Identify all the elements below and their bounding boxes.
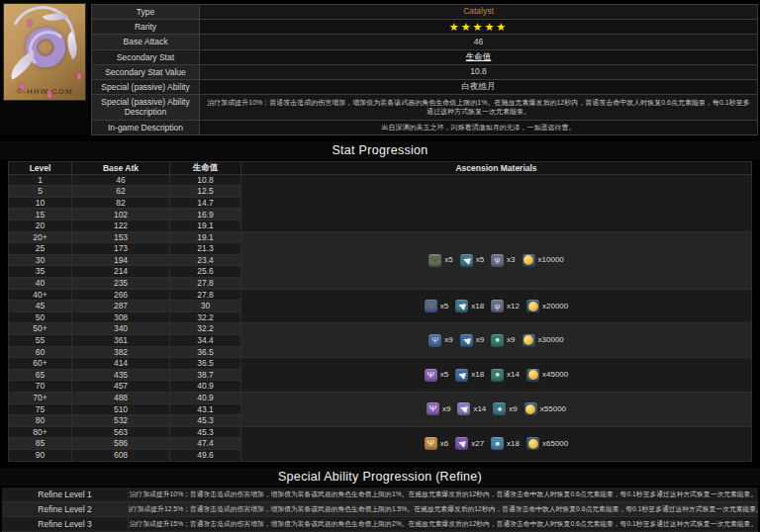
material-item: x65000 [526,437,568,450]
hp-cell: 47.4 [170,438,241,450]
material-icon-orb[interactable]: ● [491,437,504,450]
material-icon-coin[interactable] [526,437,539,450]
material-item: Ψx5 [425,369,448,382]
material-icon-wisp[interactable]: ▶ [457,402,470,415]
base-atk-cell: 266 [72,289,170,301]
refine-table: Refine Level 1治疗加成提升10%；普通攻击造成的伤害增加，增加值为… [2,488,758,532]
base-atk-cell: 122 [72,221,170,232]
mora-coin-icon [523,335,533,345]
wisp-glyph: ▶ [459,404,468,415]
ascension-materials-group: Ψx5▶x18ψx12x20000 [241,300,751,312]
material-icon-coin[interactable] [526,369,539,382]
level-cell: 20+ [9,231,72,243]
info-value[interactable]: Catalyst [200,5,758,19]
material-icon-coin[interactable] [522,254,535,267]
base-atk-cell: 153 [72,231,170,243]
weapon-image[interactable]: ©-HHW.COM [3,3,86,101]
info-value: 白夜皓月 [200,80,758,94]
base-atk-cell: 586 [72,438,170,450]
info-row: Base Attack46 [91,35,758,49]
material-item: ●x9 [491,334,515,347]
info-label: Secondary Stat Value [91,65,200,79]
material-item: Ψx5 [428,254,452,267]
wisp-glyph: ▶ [457,438,466,449]
material-icon-orb[interactable]: ● [491,334,504,347]
base-atk-cell: 46 [72,174,170,186]
material-icon-wisp[interactable]: ▶ [460,254,473,267]
hp-cell: 32.2 [170,323,241,335]
refine-level-label: Refine Level 2 [2,502,129,516]
material-item: ▶x9 [460,334,484,347]
ascension-materials-group: Ψx5▶x18●x14x45000 [241,369,751,382]
info-value[interactable]: 生命值 [200,50,758,64]
orb-glyph: ● [495,440,500,448]
info-value: 10.8 [200,65,758,79]
base-atk-cell: 414 [72,358,170,370]
base-atk-cell: 563 [72,426,170,438]
material-icon-coin[interactable] [524,402,537,415]
material-count: x18 [471,371,484,379]
mora-coin-icon [525,404,535,414]
material-icon-orb[interactable]: ● [493,402,506,415]
material-icon-orb[interactable]: ● [491,369,504,382]
info-value: 46 [200,35,758,48]
mora-coin-icon [523,255,533,265]
hp-cell: 40.9 [170,392,241,403]
hp-cell: 10.8 [170,174,241,186]
material-item: Ψx6 [425,437,448,450]
weapon-info-section: ©-HHW.COM TypeCatalystRarity★★★★★Base At… [0,0,760,135]
info-row: Rarity★★★★★ [91,20,758,35]
orb-glyph: ● [495,371,500,379]
material-item: x10000 [522,254,564,267]
stat-progression-title: Stat Progression [332,143,428,157]
material-icon-coin[interactable] [526,300,539,312]
material-icon-claw[interactable]: ψ [491,254,504,267]
material-icon-wisp[interactable]: ▶ [455,300,468,312]
material-icon-claw[interactable]: ψ [491,300,504,312]
refine-level-label: Refine Level 3 [2,517,129,531]
level-cell: 25 [9,243,72,255]
info-label: Type [91,5,200,19]
material-icon-coral[interactable]: Ψ [428,254,441,267]
material-icon-coin[interactable] [522,334,535,347]
material-icon-coral[interactable]: Ψ [425,300,437,312]
material-icon-wisp[interactable]: ▶ [455,369,468,382]
info-label: Special (passive) Ability Description [91,95,200,119]
stat-progression-section: LevelBase Atk生命值Ascension Materials 1461… [8,161,752,462]
weapon-info-table: TypeCatalystRarity★★★★★Base Attack46Seco… [91,4,758,135]
level-cell: 60+ [9,358,72,370]
base-atk-cell: 62 [72,186,170,198]
material-icon-wisp[interactable]: ▶ [455,437,468,450]
info-label: Special (passive) Ability [91,80,200,94]
hp-cell: 27.8 [170,289,241,301]
material-icon-coral[interactable]: Ψ [425,437,437,450]
wisp-glyph: ▶ [457,370,466,381]
base-atk-cell: 287 [72,301,170,312]
material-icon-coral[interactable]: Ψ [425,369,437,382]
ascension-materials-cell: Ψx5▶x18●x14x45000 [241,358,752,393]
ascension-materials-group: Ψx9▶x14●x9x55000 [241,402,751,415]
coral-glyph: Ψ [429,404,437,413]
wisp-glyph: ▶ [457,301,466,311]
material-count: x27 [471,440,484,448]
stat-row: 40+26627.8Ψx5▶x18ψx12x20000 [9,289,752,301]
info-row: Secondary Stat Value10.8 [91,65,758,80]
refine-header: Special Ability Progression (Refine) [0,468,760,486]
hp-cell: 43.1 [170,403,241,415]
level-cell: 40 [9,278,72,290]
material-icon-wisp[interactable]: ▶ [460,334,473,347]
base-atk-cell: 235 [72,278,170,290]
stat-column-header: 生命值 [170,161,241,174]
refine-description: 治疗加成提升15%；普通攻击造成的伤害增加，增加值为装备该武器的角色生命值上限的… [129,517,758,531]
hp-cell: 19.1 [170,231,241,243]
watermark: ©-HHW.COM [4,87,85,96]
coral-glyph: Ψ [427,371,434,380]
material-count: x30000 [538,336,564,344]
hp-cell: 45.3 [170,426,241,438]
material-icon-coral[interactable]: Ψ [427,402,439,415]
hp-cell: 14.7 [170,197,241,209]
material-icon-coral[interactable]: Ψ [428,334,441,347]
material-count: x65000 [542,440,568,448]
material-item: ●x9 [493,402,517,415]
level-cell: 35 [9,266,72,278]
